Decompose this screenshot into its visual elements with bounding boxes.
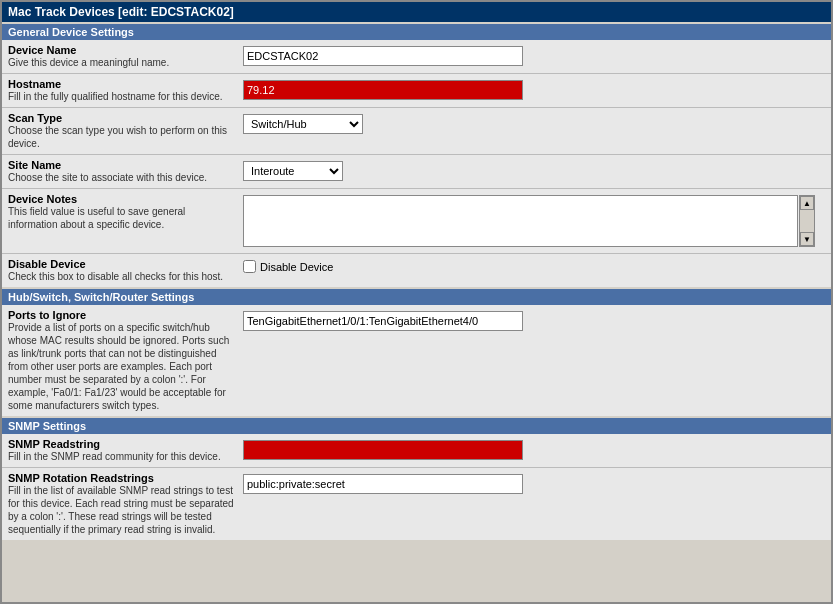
section-hub-switch-header: Hub/Switch, Switch/Router Settings xyxy=(2,289,831,305)
hostname-label: Hostname xyxy=(8,78,235,90)
snmp-readstring-input[interactable] xyxy=(243,440,523,460)
hostname-row: Hostname Fill in the fully qualified hos… xyxy=(2,74,831,108)
hostname-desc: Fill in the fully qualified hostname for… xyxy=(8,90,235,103)
disable-device-desc: Check this box to disable all checks for… xyxy=(8,270,235,283)
snmp-readstring-label: SNMP Readstring xyxy=(8,438,235,450)
scan-type-row: Scan Type Choose the scan type you wish … xyxy=(2,108,831,155)
site-name-desc: Choose the site to associate with this d… xyxy=(8,171,235,184)
device-notes-desc: This field value is useful to save gener… xyxy=(8,205,235,231)
scan-type-select[interactable]: Switch/Hub Router Other xyxy=(243,114,363,134)
ports-ignore-label: Ports to Ignore xyxy=(8,309,235,321)
hostname-input[interactable] xyxy=(243,80,523,100)
disable-device-checkbox-label: Disable Device xyxy=(260,261,333,273)
scan-type-label: Scan Type xyxy=(8,112,235,124)
snmp-rotation-input[interactable] xyxy=(243,474,523,494)
window-title: Mac Track Devices [edit: EDCSTACK02] xyxy=(8,5,234,19)
site-name-label: Site Name xyxy=(8,159,235,171)
snmp-readstring-desc: Fill in the SNMP read community for this… xyxy=(8,450,235,463)
section-snmp-header: SNMP Settings xyxy=(2,418,831,434)
device-name-row: Device Name Give this device a meaningfu… xyxy=(2,40,831,74)
main-window: Mac Track Devices [edit: EDCSTACK02] Gen… xyxy=(0,0,833,604)
device-name-label: Device Name xyxy=(8,44,235,56)
device-notes-label: Device Notes xyxy=(8,193,235,205)
snmp-rotation-row: SNMP Rotation Readstrings Fill in the li… xyxy=(2,468,831,540)
disable-device-row: Disable Device Check this box to disable… xyxy=(2,254,831,287)
scroll-up-btn[interactable]: ▲ xyxy=(800,196,814,210)
snmp-rotation-label: SNMP Rotation Readstrings xyxy=(8,472,235,484)
device-notes-row: Device Notes This field value is useful … xyxy=(2,189,831,254)
title-bar: Mac Track Devices [edit: EDCSTACK02] xyxy=(2,2,831,22)
scroll-track xyxy=(800,210,814,232)
disable-device-label: Disable Device xyxy=(8,258,235,270)
site-name-row: Site Name Choose the site to associate w… xyxy=(2,155,831,189)
notes-scrollbar[interactable]: ▲ ▼ xyxy=(799,195,815,247)
device-name-input[interactable] xyxy=(243,46,523,66)
section-general-header: General Device Settings xyxy=(2,24,831,40)
scroll-down-btn[interactable]: ▼ xyxy=(800,232,814,246)
snmp-readstring-row: SNMP Readstring Fill in the SNMP read co… xyxy=(2,434,831,468)
ports-to-ignore-row: Ports to Ignore Provide a list of ports … xyxy=(2,305,831,416)
device-notes-textarea[interactable] xyxy=(243,195,798,247)
device-name-desc: Give this device a meaningful name. xyxy=(8,56,235,69)
disable-device-checkbox[interactable] xyxy=(243,260,256,273)
ports-ignore-desc: Provide a list of ports on a specific sw… xyxy=(8,321,235,412)
scan-type-desc: Choose the scan type you wish to perform… xyxy=(8,124,235,150)
ports-ignore-input[interactable] xyxy=(243,311,523,331)
site-name-select[interactable]: Interoute Default Other xyxy=(243,161,343,181)
snmp-rotation-desc: Fill in the list of available SNMP read … xyxy=(8,484,235,536)
